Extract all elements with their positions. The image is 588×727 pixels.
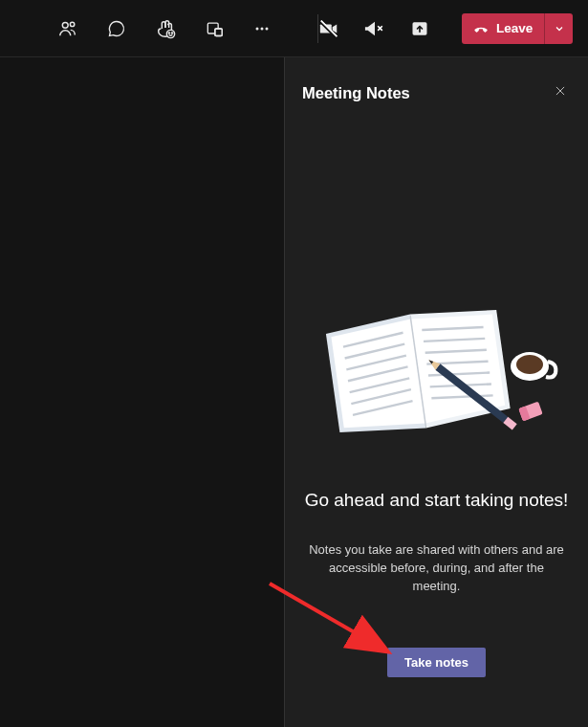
hangup-icon bbox=[473, 21, 489, 36]
reactions-icon[interactable] bbox=[155, 18, 176, 39]
chat-icon[interactable] bbox=[107, 19, 126, 38]
leave-button[interactable]: Leave bbox=[462, 13, 544, 44]
leave-label: Leave bbox=[496, 21, 533, 35]
svg-point-10 bbox=[266, 27, 269, 30]
toolbar-left-group bbox=[57, 14, 318, 43]
mic-off-icon[interactable] bbox=[364, 18, 385, 39]
meeting-toolbar: Leave bbox=[0, 0, 588, 57]
content-area: Meeting Notes bbox=[0, 57, 588, 727]
share-icon[interactable] bbox=[410, 19, 429, 38]
svg-point-9 bbox=[261, 27, 264, 30]
panel-heading: Go ahead and start taking notes! bbox=[305, 490, 569, 511]
svg-point-2 bbox=[166, 30, 174, 37]
people-icon[interactable] bbox=[57, 18, 78, 39]
panel-header: Meeting Notes bbox=[285, 57, 588, 122]
svg-point-1 bbox=[70, 22, 74, 26]
leave-caret-button[interactable] bbox=[544, 13, 573, 44]
svg-point-3 bbox=[168, 33, 169, 33]
panel-description: Notes you take are shared with others an… bbox=[302, 541, 571, 596]
rooms-icon[interactable] bbox=[205, 19, 224, 38]
meeting-stage bbox=[0, 57, 284, 727]
svg-point-8 bbox=[256, 27, 259, 30]
meeting-notes-panel: Meeting Notes bbox=[284, 57, 588, 727]
toolbar-right-group: Leave bbox=[318, 13, 573, 44]
close-icon[interactable] bbox=[550, 80, 571, 105]
svg-point-0 bbox=[62, 22, 68, 28]
notebook-illustration bbox=[313, 295, 561, 457]
svg-point-17 bbox=[516, 355, 543, 374]
more-icon[interactable] bbox=[252, 19, 272, 38]
svg-point-4 bbox=[172, 33, 173, 33]
svg-rect-6 bbox=[215, 29, 223, 36]
take-notes-button[interactable]: Take notes bbox=[387, 648, 486, 677]
panel-body: Go ahead and start taking notes! Notes y… bbox=[285, 122, 588, 727]
panel-title: Meeting Notes bbox=[302, 84, 410, 102]
camera-off-icon[interactable] bbox=[318, 18, 339, 39]
leave-button-group: Leave bbox=[462, 13, 573, 44]
chevron-down-icon bbox=[554, 23, 565, 34]
